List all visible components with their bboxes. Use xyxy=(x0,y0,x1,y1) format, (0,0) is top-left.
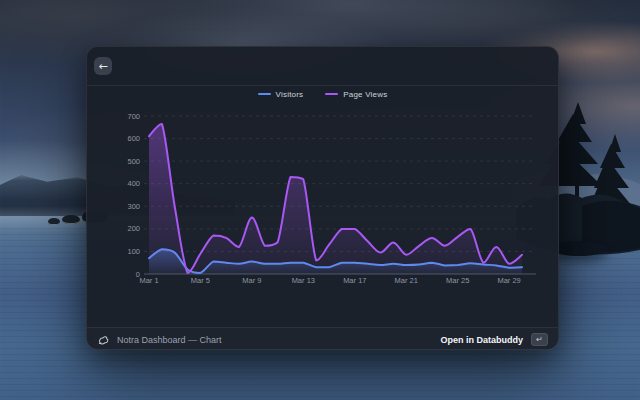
svg-text:Mar 25: Mar 25 xyxy=(446,276,469,285)
chart-panel: Visitors Page Views 01002003004005006007… xyxy=(87,86,558,327)
action-label: Open in Databuddy xyxy=(440,335,523,345)
back-button[interactable]: ← xyxy=(94,57,112,75)
traffic-chart: 0100200300400500600700Mar 1Mar 5Mar 9Mar… xyxy=(87,86,560,327)
svg-text:Mar 21: Mar 21 xyxy=(395,276,418,285)
rock xyxy=(62,215,80,224)
svg-text:600: 600 xyxy=(127,134,140,143)
return-key-badge: ↵ xyxy=(531,333,548,346)
open-in-databuddy-action[interactable]: Open in Databuddy ↵ xyxy=(440,333,548,346)
svg-text:Mar 13: Mar 13 xyxy=(292,276,315,285)
svg-text:700: 700 xyxy=(127,112,140,121)
window-title: Notra Dashboard — Chart xyxy=(117,335,433,345)
svg-text:200: 200 xyxy=(127,224,140,233)
svg-text:300: 300 xyxy=(127,202,140,211)
svg-text:Mar 1: Mar 1 xyxy=(139,276,158,285)
svg-text:Mar 5: Mar 5 xyxy=(191,276,210,285)
overlay-window: ← Visitors Page Views 010020030040050060… xyxy=(86,46,559,350)
svg-text:100: 100 xyxy=(127,247,140,256)
return-key-icon: ↵ xyxy=(536,336,543,344)
svg-text:500: 500 xyxy=(127,157,140,166)
window-footer: Notra Dashboard — Chart Open in Databudd… xyxy=(87,328,558,351)
window-header: ← xyxy=(87,47,558,85)
databuddy-logo-icon xyxy=(97,333,110,346)
rock xyxy=(48,218,60,225)
svg-text:Mar 29: Mar 29 xyxy=(497,276,520,285)
svg-text:Mar 17: Mar 17 xyxy=(343,276,366,285)
svg-text:Mar 9: Mar 9 xyxy=(242,276,261,285)
svg-text:400: 400 xyxy=(127,179,140,188)
back-arrow-icon: ← xyxy=(98,61,107,72)
